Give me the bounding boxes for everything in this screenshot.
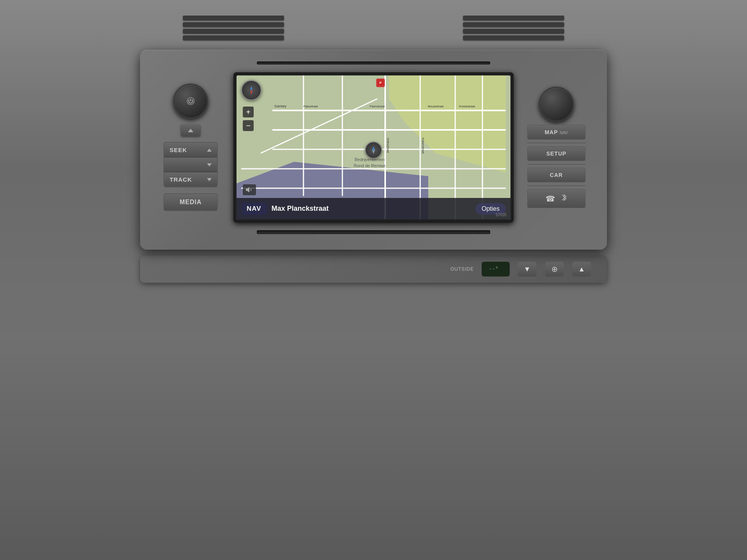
svg-text:Volksstraat: Volksstraat [386,138,390,153]
seek-up-button[interactable]: SEEK [164,143,217,158]
pin-box: P [376,79,385,87]
nav-label: NAV [247,205,261,212]
divider-2 [527,164,586,164]
divider-1 [527,143,586,143]
seek-up-arrow-icon [207,149,212,152]
power-knob[interactable] [173,84,208,119]
cd-slot[interactable] [257,61,490,65]
secondary-climate-unit: OUTSIDE --° ▼ ⊕ ▲ [140,256,607,283]
down-arrow-icon: ▼ [524,265,531,273]
car-head-unit-wrapper: SEEK TRACK MEDIA [0,0,747,560]
screen-id: 57035 [496,213,507,217]
temperature-display: --° [482,262,510,276]
svg-text:--°: --° [489,266,498,272]
right-controls: MAP NAV SETUP CAR ☎ [521,87,591,208]
eject-button[interactable] [181,124,200,136]
eject-icon [188,129,193,132]
svg-text:Paenstraat: Paenstraat [370,105,385,108]
svg-text:Gansey: Gansey [274,104,287,108]
map-nav-button[interactable]: MAP NAV [527,125,586,140]
setup-button[interactable]: SETUP [527,146,586,161]
svg-marker-1 [389,75,506,173]
right-vent [463,16,564,40]
car-label: CAR [550,172,563,178]
seek-down-button[interactable] [164,158,217,172]
svg-marker-27 [372,149,375,154]
fan-button[interactable]: ⊕ [545,261,564,277]
compass-icon [241,80,261,100]
up-arrow-icon: ▲ [578,265,585,273]
right-volume-knob[interactable] [539,87,574,122]
navigation-screen[interactable]: Gansey Fijkestraat Paenstraat Bouwstraat… [237,75,510,219]
screen-container: Gansey Fijkestraat Paenstraat Bouwstraat… [233,72,514,222]
zoom-in-button[interactable]: + [243,107,254,117]
current-street-name: Max Planckstraat [272,205,471,213]
left-controls: SEEK TRACK MEDIA [156,84,226,211]
options-label: Opties [482,205,500,212]
screen-bezel: Gansey Fijkestraat Paenstraat Bouwstraat… [233,72,514,222]
media-button[interactable]: MEDIA [163,193,218,211]
svg-text:P: P [379,81,382,85]
setup-label: SETUP [546,150,566,157]
vehicle-position-icon [365,142,382,159]
divider-3 [527,186,586,186]
destination-pin: P [376,79,385,87]
map-nav-sub-label: NAV [560,131,568,135]
power-knob-inner [187,97,195,105]
volume-icon[interactable] [243,184,256,195]
svg-marker-23 [250,86,253,90]
nav-badge[interactable]: NAV [241,203,267,215]
car-button[interactable]: CAR [527,168,586,182]
seek-track-group: SEEK TRACK [163,142,218,187]
svg-text:Bouwstraat: Bouwstraat [428,105,444,108]
left-vent [183,16,284,40]
bottom-slot [257,230,490,234]
svg-text:Kokerstraat: Kokerstraat [421,138,425,154]
fan-icon: ⊕ [551,264,558,274]
bluetooth-icon [561,193,568,204]
temp-up-button[interactable]: ▲ [572,261,591,277]
seek-down-arrow-icon [207,163,212,166]
track-down-arrow-icon [207,178,212,181]
svg-marker-25 [246,187,249,192]
map-nav-label: MAP [545,129,558,135]
track-down-button[interactable]: TRACK [164,172,217,187]
svg-text:Fijkestraat: Fijkestraat [303,105,318,108]
zoom-out-button[interactable]: − [243,120,254,131]
svg-text:Kreekstraat: Kreekstraat [459,105,475,108]
outside-label: OUTSIDE [451,266,474,272]
media-label: MEDIA [180,199,202,205]
map-bottom-bar: NAV Max Planckstraat Opties [237,198,510,219]
phone-icon: ☎ [545,194,555,203]
phone-bluetooth-button[interactable]: ☎ [527,189,586,208]
track-label: TRACK [170,176,192,183]
seek-label: SEEK [170,147,187,153]
svg-text:Rond de Remise: Rond de Remise [354,163,386,168]
head-unit-panel: SEEK TRACK MEDIA [140,50,607,250]
svg-marker-24 [250,90,253,95]
temp-down-button[interactable]: ▼ [517,261,537,277]
